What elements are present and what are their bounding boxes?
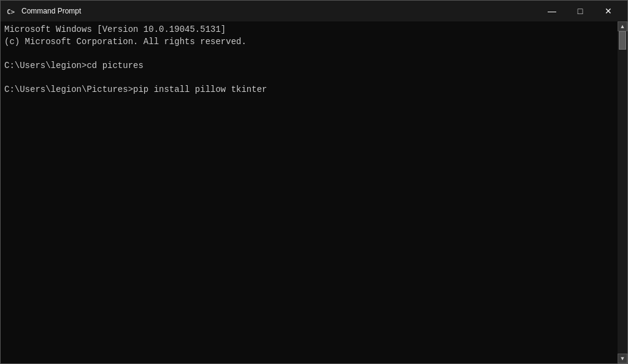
scroll-down-button[interactable]: ▼ [618, 354, 627, 363]
close-button[interactable]: ✕ [594, 1, 622, 21]
terminal-line [4, 48, 614, 60]
window-controls: — □ ✕ [538, 1, 622, 21]
cmd-icon: C> [6, 6, 17, 17]
scrollbar: ▲ ▼ [618, 21, 627, 363]
minimize-button[interactable]: — [538, 1, 566, 21]
scrollbar-thumb[interactable] [619, 31, 626, 50]
terminal-line [4, 96, 614, 108]
terminal-line: (c) Microsoft Corporation. All rights re… [4, 36, 614, 48]
window-title: Command Prompt [21, 7, 538, 15]
terminal-line: C:\Users\legion\Pictures>pip install pil… [4, 84, 614, 96]
terminal-line: C:\Users\legion>cd pictures [4, 60, 614, 72]
terminal-line [4, 72, 614, 84]
terminal-output[interactable]: Microsoft Windows [Version 10.0.19045.51… [1, 21, 618, 363]
svg-text:C>: C> [7, 8, 15, 16]
scroll-up-button[interactable]: ▲ [618, 21, 627, 31]
command-prompt-window: C> Command Prompt — □ ✕ Microsoft Window… [0, 0, 628, 364]
terminal-line: Microsoft Windows [Version 10.0.19045.51… [4, 24, 614, 36]
scrollbar-track [618, 31, 627, 354]
maximize-button[interactable]: □ [566, 1, 594, 21]
terminal-body: Microsoft Windows [Version 10.0.19045.51… [1, 21, 627, 363]
title-bar: C> Command Prompt — □ ✕ [1, 1, 627, 21]
